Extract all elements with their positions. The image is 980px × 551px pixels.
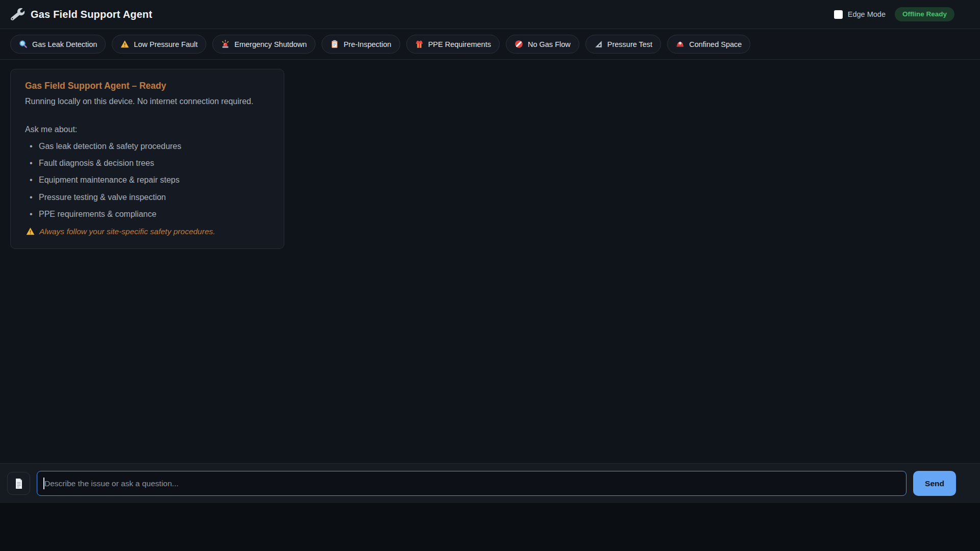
message-input-wrap (37, 471, 906, 496)
quick-action-ppe-requirements[interactable]: PPE Requirements (406, 35, 500, 54)
header-controls: Edge Mode Offline Ready (834, 7, 954, 21)
safety-warning-row: Always follow your site-specific safety … (25, 227, 270, 236)
chat-area: Gas Field Support Agent – Ready Running … (0, 60, 980, 463)
page-title: Gas Field Support Agent (31, 9, 152, 20)
wrench-icon (11, 7, 26, 22)
edge-mode-label: Edge Mode (848, 10, 886, 18)
offline-ready-badge: Offline Ready (895, 7, 954, 21)
app-header: Gas Field Support Agent Edge Mode Offlin… (0, 0, 980, 29)
edge-mode-toggle[interactable]: Edge Mode (834, 10, 886, 19)
gas-field-support-app: Gas Field Support Agent Edge Mode Offlin… (0, 0, 980, 503)
welcome-card-subtitle: Running locally on this device. No inter… (25, 97, 270, 106)
message-input[interactable] (37, 471, 906, 496)
welcome-message-card: Gas Field Support Agent – Ready Running … (10, 69, 284, 249)
quick-action-pre-inspection[interactable]: Pre-Inspection (322, 35, 400, 54)
topic-item: Equipment maintenance & repair steps (25, 175, 270, 185)
magnifier-icon (19, 40, 28, 48)
quick-action-no-gas-flow[interactable]: No Gas Flow (506, 35, 579, 54)
send-button[interactable]: Send (913, 471, 956, 496)
topic-item: Gas leak detection & safety procedures (25, 141, 270, 151)
triangle-ruler-icon (594, 40, 603, 48)
welcome-card-title: Gas Field Support Agent – Ready (25, 81, 270, 91)
quick-action-confined-space[interactable]: Confined Space (667, 35, 750, 54)
app-title-group: Gas Field Support Agent (11, 8, 152, 21)
quick-action-pressure-test[interactable]: Pressure Test (585, 35, 661, 54)
quick-action-low-pressure-fault[interactable]: Low Pressure Fault (112, 35, 206, 54)
warning-icon (26, 227, 35, 236)
siren-icon (221, 40, 230, 48)
edge-mode-checkbox[interactable] (834, 10, 843, 19)
prohibited-icon (514, 40, 523, 48)
topic-item: Pressure testing & valve inspection (25, 192, 270, 202)
safety-warning-text: Always follow your site-specific safety … (39, 227, 215, 236)
quick-action-emergency-shutdown[interactable]: Emergency Shutdown (212, 35, 315, 54)
rescue-helmet-icon (676, 40, 684, 48)
topic-item: Fault diagnosis & decision trees (25, 158, 270, 168)
warning-icon (120, 40, 129, 48)
document-icon (14, 478, 24, 489)
attach-document-button[interactable] (7, 472, 30, 495)
clipboard-icon (330, 40, 339, 48)
quick-action-gas-leak-detection[interactable]: Gas Leak Detection (10, 35, 106, 54)
quick-actions-bar: Gas Leak Detection Low Pressure Fault Em… (0, 29, 980, 60)
composer-bar: Send (0, 463, 980, 503)
welcome-card-prompt: Ask me about: (25, 125, 270, 134)
text-caret (43, 478, 44, 489)
safety-vest-icon (415, 40, 424, 48)
topic-item: PPE requirements & compliance (25, 209, 270, 219)
topics-list: Gas leak detection & safety procedures F… (25, 141, 270, 219)
